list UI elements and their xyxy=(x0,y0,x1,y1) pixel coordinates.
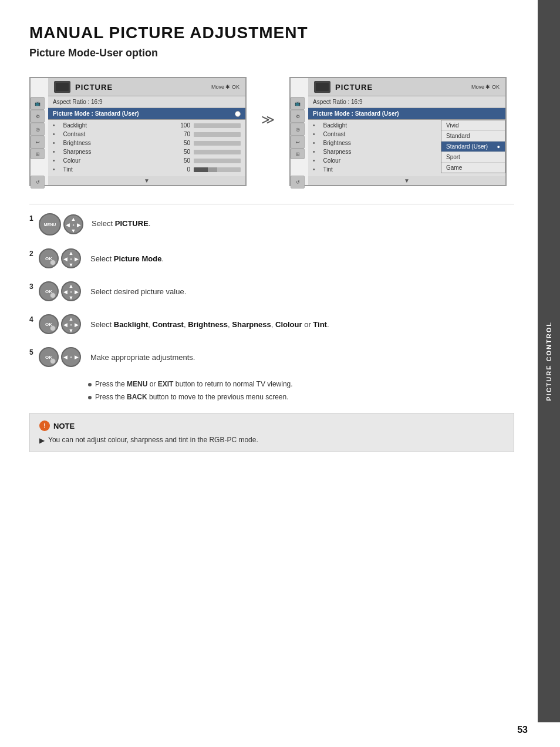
step-2-text: Select Picture Mode. xyxy=(90,248,164,265)
tv-icon-6: ↺ xyxy=(31,176,45,189)
tv-left-row-tint: • Tint 0 xyxy=(53,165,241,174)
tv-right-icon-3: ◎ xyxy=(291,123,305,136)
step-1-text: Select PICTURE. xyxy=(92,213,150,230)
step-1: 1 MENU ▲ ◀ ● ▶ ▼ xyxy=(29,213,514,235)
note-1: Press the MENU or EXIT button to return … xyxy=(88,380,514,388)
note-box-arrow: ▶ xyxy=(39,436,45,445)
tv-icon-2: ⚙ xyxy=(31,110,45,123)
tv-right-header: PICTURE Move ✱ OK xyxy=(308,78,505,96)
tv-right-icon-6: ↺ xyxy=(291,176,305,189)
tv-left-mode-bar: Picture Mode : Standard (User) xyxy=(48,108,245,120)
tv-right-icon xyxy=(314,81,330,93)
step-2: 2 OK ▲ ◀ ● ▶ ▼ Select Pictu xyxy=(29,248,514,268)
tv-icon-3: ◎ xyxy=(31,123,45,136)
note-2: Press the BACK button to move to the pre… xyxy=(88,393,514,401)
tv-left-row-backlight: • Backlight 100 xyxy=(53,121,241,130)
nav-button-4[interactable]: ▲ ◀ ● ▶ ▼ xyxy=(61,314,81,334)
step-5: 5 OK ◀ ● ▶ Make xyxy=(29,347,514,367)
note-box-title-text: NOTE xyxy=(53,422,75,430)
notes-section: Press the MENU or EXIT button to return … xyxy=(29,380,514,401)
tv-right-content: PICTURE Move ✱ OK Aspect Ratio : 16:9 Pi… xyxy=(308,78,505,185)
note-icon: ! xyxy=(39,420,50,431)
ok-button-5[interactable]: OK xyxy=(39,347,59,367)
page-title: MANUAL PICTURE ADJUSTMENT xyxy=(29,23,514,42)
tv-left-row-contrast: • Contrast 70 xyxy=(53,130,241,139)
sidebar-label: PICTURE CONTROL xyxy=(545,321,552,401)
sidebar: PICTURE CONTROL xyxy=(538,0,560,722)
tv-left-row-brightness: • Brightness 50 xyxy=(53,139,241,147)
note-box-text-1: You can not adjust colour, sharpness and… xyxy=(48,436,258,444)
tv-right-scroll: ▼ xyxy=(308,176,505,185)
tv-icon-5: ⊞ xyxy=(31,149,45,159)
tv-left-row-colour: • Colour 50 xyxy=(53,156,241,165)
tv-right-icon-2: ⚙ xyxy=(291,110,305,123)
step-3: 3 OK ▲ ◀ ● ▶ ▼ Select desir xyxy=(29,281,514,301)
arrow-between-screens: ≫ xyxy=(258,112,278,127)
note-box-item-1: ▶ You can not adjust colour, sharpness a… xyxy=(39,436,504,445)
steps-section: 1 MENU ▲ ◀ ● ▶ ▼ xyxy=(29,213,514,367)
tv-left-row-sharpness: • Sharpness 50 xyxy=(53,147,241,156)
tv-left-circle xyxy=(235,111,241,117)
nav-button-1[interactable]: ▲ ◀ ● ▶ ▼ xyxy=(63,214,83,234)
page-subtitle: Picture Mode-User option xyxy=(29,47,514,59)
note-box: ! NOTE ▶ You can not adjust colour, shar… xyxy=(29,413,514,452)
ok-button-4[interactable]: OK xyxy=(39,314,59,334)
tv-icon-4: ↩ xyxy=(31,136,45,149)
dropdown-vivid: Vivid xyxy=(441,120,505,131)
tv-right-mode-bar: Picture Mode : Standard (User) xyxy=(308,108,505,120)
step-1-icons: 1 MENU ▲ ◀ ● ▶ ▼ xyxy=(29,213,83,235)
tv-left-nav: Move ✱ OK xyxy=(211,84,239,90)
tv-left-content: PICTURE Move ✱ OK Aspect Ratio : 16:9 Pi… xyxy=(48,78,245,185)
screens-area: 📺 ⚙ ◎ ↩ ⊞ ↺ PICTURE Move ✱ OK Aspect Rat… xyxy=(29,77,514,186)
note-1-text: Press the MENU or EXIT button to return … xyxy=(95,380,293,388)
tv-left-header: PICTURE Move ✱ OK xyxy=(48,78,245,96)
tv-left-aspect: Aspect Ratio : 16:9 xyxy=(48,96,245,108)
nav-button-5[interactable]: ◀ ● ▶ xyxy=(61,347,81,367)
tv-right-aspect: Aspect Ratio : 16:9 xyxy=(308,96,505,108)
ok-button-3[interactable]: OK xyxy=(39,281,59,301)
tv-right-dropdown-area: Vivid Standard Standard (User) ● Sport G… xyxy=(308,120,505,176)
step-4-icons: 4 OK ▲ ◀ ● ▶ ▼ xyxy=(29,314,82,334)
page-number: 53 xyxy=(517,725,528,735)
tv-right-icon-1: 📺 xyxy=(291,97,305,110)
ok-button-2[interactable]: OK xyxy=(39,248,59,268)
step-1-number: 1 xyxy=(29,214,36,223)
tv-right-nav: Move ✱ OK xyxy=(471,84,500,90)
tv-left-icon xyxy=(54,81,70,93)
note-box-title: ! NOTE xyxy=(39,420,504,431)
dropdown-menu: Vivid Standard Standard (User) ● Sport G… xyxy=(441,120,505,173)
dropdown-standard: Standard xyxy=(441,131,505,142)
nav-button-3[interactable]: ▲ ◀ ● ▶ ▼ xyxy=(61,281,81,301)
note-bullet-2 xyxy=(88,396,92,399)
dropdown-sport: Sport xyxy=(441,152,505,163)
step-5-number: 5 xyxy=(29,348,36,356)
tv-right-icon-4: ↩ xyxy=(291,136,305,149)
note-2-text: Press the BACK button to move to the pre… xyxy=(95,393,289,401)
nav-button-2[interactable]: ▲ ◀ ● ▶ ▼ xyxy=(61,248,81,268)
step-5-text: Make appropriate adjustments. xyxy=(90,347,195,364)
step-2-number: 2 xyxy=(29,250,36,258)
note-bullet-1 xyxy=(88,383,92,386)
menu-button[interactable]: MENU xyxy=(39,213,61,235)
tv-right-mode-text: Picture Mode : Standard (User) xyxy=(313,110,399,117)
tv-left-rows: • Backlight 100 • Contrast 70 • Brightne… xyxy=(48,120,245,176)
step-3-text: Select desired picture value. xyxy=(90,281,186,298)
step-5-icons: 5 OK ◀ ● ▶ xyxy=(29,347,82,367)
step-4: 4 OK ▲ ◀ ● ▶ ▼ Select Backl xyxy=(29,314,514,334)
tv-right-title: PICTURE xyxy=(335,83,467,92)
step-3-number: 3 xyxy=(29,282,36,291)
step-3-icons: 3 OK ▲ ◀ ● ▶ ▼ xyxy=(29,281,82,301)
tv-icon-1: 📺 xyxy=(31,97,45,110)
tv-left-title: PICTURE xyxy=(75,83,207,92)
tv-left-scroll: ▼ xyxy=(48,176,245,185)
dropdown-standard-user[interactable]: Standard (User) ● xyxy=(441,142,505,152)
divider xyxy=(29,204,514,204)
step-4-number: 4 xyxy=(29,315,36,324)
step-2-icons: 2 OK ▲ ◀ ● ▶ ▼ xyxy=(29,248,82,268)
step-4-text: Select Backlight, Contrast, Brightness, … xyxy=(90,314,329,331)
tv-right-icon-5: ⊞ xyxy=(291,149,305,159)
dropdown-game: Game xyxy=(441,163,505,173)
tv-left-mode-text: Picture Mode : Standard (User) xyxy=(53,110,139,117)
tv-screen-left: 📺 ⚙ ◎ ↩ ⊞ ↺ PICTURE Move ✱ OK Aspect Rat… xyxy=(29,77,247,186)
tv-screen-right: 📺 ⚙ ◎ ↩ ⊞ ↺ PICTURE Move ✱ OK Aspect Rat… xyxy=(289,77,507,186)
